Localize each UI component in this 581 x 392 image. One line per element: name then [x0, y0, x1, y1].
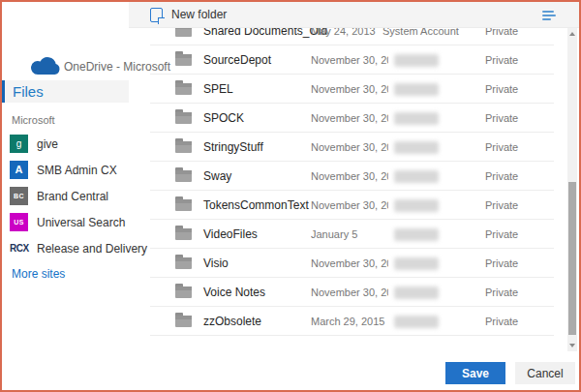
- folder-name: SPEL: [203, 75, 233, 104]
- folder-icon: [175, 257, 192, 269]
- privacy-status: Private: [485, 75, 518, 104]
- sidebar-item-universal-search[interactable]: US Universal Search: [2, 210, 129, 236]
- modified-by-redacted: [394, 54, 439, 67]
- sidebar: OneDrive - Microsoft Files Microsoft g g…: [2, 2, 129, 390]
- sidebar-item-brand-central[interactable]: BC Brand Central: [2, 184, 129, 210]
- table-row[interactable]: Voice Notes November 30, 201 Private: [129, 278, 569, 307]
- sidebar-item-smb-admin-cx[interactable]: A SMB Admin CX: [2, 158, 129, 184]
- sidebar-item-label: give: [37, 132, 58, 157]
- cancel-button[interactable]: Cancel: [515, 362, 575, 384]
- folder-icon: [175, 228, 192, 240]
- modified-by-redacted: [394, 316, 439, 328]
- modified-by-redacted: [394, 141, 439, 154]
- privacy-status: Private: [485, 278, 518, 307]
- sidebar-item-give[interactable]: g give: [2, 132, 129, 158]
- more-sites-link[interactable]: More sites: [12, 267, 65, 281]
- folder-name: VideoFiles: [203, 220, 258, 249]
- modified-by-redacted: [394, 286, 439, 299]
- give-tile-icon: g: [10, 135, 28, 153]
- folder-icon: [175, 199, 192, 211]
- sidebar-item-label: SMB Admin CX: [37, 158, 117, 183]
- folder-name: Sway: [203, 162, 231, 191]
- folder-name: zzObsolete: [203, 307, 261, 336]
- folder-name: Voice Notes: [203, 278, 265, 307]
- table-row[interactable]: VideoFiles January 5 Private: [129, 220, 569, 249]
- modified-by-redacted: [394, 170, 439, 183]
- privacy-status: Private: [485, 307, 518, 336]
- folder-icon: [175, 286, 192, 298]
- folder-name: SourceDepot: [203, 45, 271, 75]
- files-label: Files: [5, 80, 129, 103]
- table-row[interactable]: SourceDepot November 30, 201 Private: [129, 45, 569, 75]
- privacy-status: Private: [485, 45, 518, 75]
- privacy-status: Private: [485, 249, 518, 278]
- universal-search-tile-icon: US: [10, 213, 28, 231]
- toolbar: New folder: [129, 2, 579, 28]
- scroll-up-icon[interactable]: [569, 32, 575, 36]
- modified-by-redacted: [394, 112, 439, 125]
- table-row[interactable]: Sway November 30, 201 Private: [129, 162, 569, 191]
- table-row[interactable]: StringyStuff November 30, 201 Private: [129, 133, 569, 162]
- scrollbar-thumb[interactable]: [568, 182, 576, 335]
- modified-date: November 30, 201: [311, 278, 388, 307]
- onedrive-cloud-icon: [30, 55, 61, 75]
- table-row[interactable]: TokensCommonText November 30, 201 Privat…: [129, 191, 569, 220]
- modified-date: November 30, 201: [311, 75, 388, 104]
- folder-icon: [175, 112, 192, 124]
- account-label: OneDrive - Microsoft: [64, 60, 170, 74]
- modified-date: November 30, 201: [311, 191, 388, 220]
- new-folder-icon: [150, 8, 163, 22]
- sidebar-section-header: Microsoft: [12, 114, 55, 126]
- sidebar-item-label: Release and Delivery: [37, 236, 147, 261]
- privacy-status: Private: [485, 104, 518, 133]
- folder-icon: [175, 170, 192, 182]
- folder-icon: [175, 54, 192, 66]
- table-row[interactable]: SPOCK November 30, 201 Private: [129, 104, 569, 133]
- rcx-logo-icon: RCX: [10, 239, 28, 257]
- modified-by-redacted: [394, 199, 439, 212]
- modified-by-redacted: [394, 257, 439, 270]
- folder-icon: [175, 316, 192, 327]
- modified-date: March 29, 2015: [311, 307, 388, 336]
- table-row[interactable]: SPEL November 30, 201 Private: [129, 75, 569, 104]
- sidebar-item-label: Universal Search: [37, 210, 125, 235]
- privacy-status: Private: [485, 162, 518, 191]
- modified-date: November 30, 201: [311, 104, 388, 133]
- table-row[interactable]: zzObsolete March 29, 2015 Private: [129, 307, 569, 336]
- file-list: Shared Documents_Old May 24, 2013 System…: [129, 16, 569, 336]
- row-divider: [150, 335, 554, 336]
- privacy-status: Private: [485, 191, 518, 220]
- sidebar-item-release-and-delivery[interactable]: RCX Release and Delivery: [2, 236, 129, 262]
- onedrive-folder-picker-dialog: Shared Documents_Old May 24, 2013 System…: [0, 0, 581, 392]
- save-button[interactable]: Save: [445, 362, 505, 384]
- privacy-status: Private: [485, 220, 518, 249]
- scroll-down-icon[interactable]: [569, 344, 575, 347]
- modified-date: November 30, 201: [311, 162, 388, 191]
- modified-date: November 30, 201: [311, 133, 388, 162]
- modified-date: November 30, 201: [311, 45, 388, 75]
- view-options-icon[interactable]: [542, 11, 556, 20]
- modified-by-redacted: [394, 83, 439, 96]
- modified-date: November 30, 201: [311, 249, 388, 278]
- modified-by-redacted: [394, 228, 439, 241]
- privacy-status: Private: [485, 133, 518, 162]
- new-folder-button[interactable]: New folder: [171, 2, 227, 28]
- modified-date: January 5: [311, 220, 388, 249]
- sidebar-item-label: Brand Central: [37, 184, 108, 209]
- sidebar-item-files[interactable]: Files: [2, 80, 129, 103]
- folder-name: TokensCommonText: [203, 191, 309, 220]
- folder-name: Visio: [203, 249, 229, 278]
- table-row[interactable]: Visio November 30, 201 Private: [129, 249, 569, 278]
- folder-icon: [175, 83, 192, 95]
- admin-app-tile-icon: A: [10, 161, 28, 179]
- folder-name: StringyStuff: [203, 133, 263, 162]
- folder-icon: [175, 141, 192, 153]
- vertical-scrollbar[interactable]: [567, 28, 577, 351]
- brand-central-tile-icon: BC: [10, 187, 28, 205]
- folder-name: SPOCK: [203, 104, 244, 133]
